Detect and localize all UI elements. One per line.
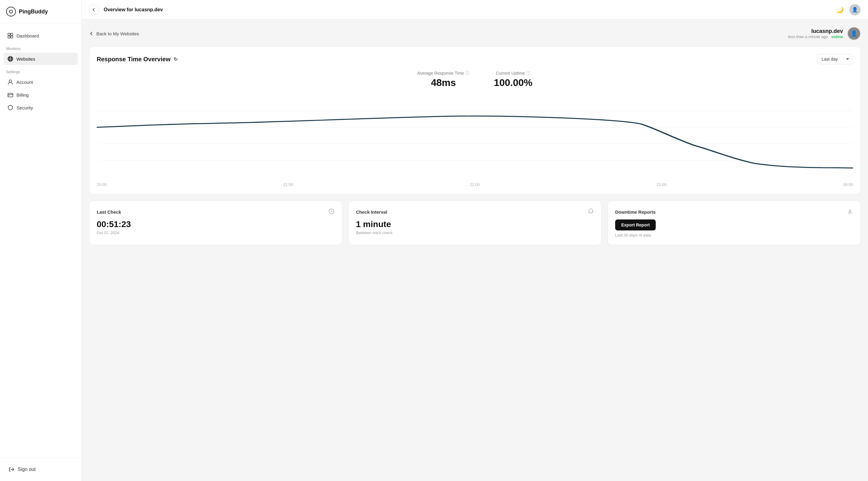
user-avatar[interactable]: 👤 — [849, 4, 861, 15]
status-online-badge: online — [831, 34, 843, 39]
avatar-icon: 👤 — [852, 7, 858, 12]
check-interval-card: Check Interval 1 minute Between each che… — [348, 200, 601, 245]
last-check-value: 00:51:23 — [97, 220, 335, 229]
response-time-chart — [97, 95, 853, 180]
sidebar-item-websites[interactable]: Websites — [4, 53, 78, 65]
downtime-reports-sub: Last 30 days of data — [615, 233, 853, 237]
sidebar-bottom: Sign out — [0, 457, 82, 481]
topbar-title: Overview for lucasnp.dev — [104, 7, 830, 12]
signout-button[interactable]: Sign out — [4, 463, 78, 476]
sidebar-item-account[interactable]: Account — [4, 76, 78, 88]
theme-toggle-button[interactable]: 🌙 — [834, 4, 845, 15]
sidebar-toggle-button[interactable] — [89, 5, 99, 14]
uptime-value: 100.00% — [494, 77, 532, 88]
check-interval-sub: Between each check — [356, 230, 594, 235]
site-details: lucasnp.dev less than a minute ago onlin… — [788, 28, 843, 39]
globe-icon — [7, 56, 13, 62]
clock-icon — [329, 208, 335, 216]
svg-rect-3 — [11, 36, 13, 38]
topbar: Overview for lucasnp.dev 🌙 👤 — [82, 0, 868, 20]
last-check-label: Last Check — [97, 210, 121, 215]
x-axis-labels: 20:00 21:00 22:00 23:00 00:00 — [97, 180, 853, 187]
downtime-reports-header: Downtime Reports — [615, 208, 853, 216]
avg-response-stat: Average Response Time ⓘ 48ms — [417, 70, 469, 88]
site-name: lucasnp.dev — [788, 28, 843, 34]
check-interval-label: Check Interval — [356, 210, 388, 215]
monitors-section-label: Monitors — [4, 46, 78, 51]
last-check-sub: Oct 07, 2024 — [97, 230, 335, 235]
back-label: Back to My Websites — [96, 31, 139, 36]
chart-card: Response Time Overview ↻ Last day Last h… — [89, 46, 861, 194]
account-label: Account — [17, 79, 33, 85]
x-label-2: 21:00 — [283, 182, 293, 187]
x-label-5: 00:00 — [843, 182, 853, 187]
uptime-stat: Current Uptime ⓘ 100.00% — [494, 70, 532, 88]
check-interval-value: 1 minute — [356, 220, 594, 229]
logo-icon — [6, 7, 16, 17]
downtime-reports-card: Downtime Reports Export Report Last 30 d… — [608, 200, 861, 245]
chart-title-text: Response Time Overview — [97, 56, 170, 63]
app-name: PingBuddy — [19, 8, 48, 15]
person-icon — [7, 79, 13, 85]
site-status: less than a minute ago online — [788, 34, 843, 39]
x-label-3: 22:00 — [470, 182, 480, 187]
site-avatar-icon: 👤 — [850, 30, 857, 37]
export-report-button[interactable]: Export Report — [615, 220, 656, 230]
sidebar-item-billing[interactable]: Billing — [4, 89, 78, 101]
x-label-1: 20:00 — [97, 182, 107, 187]
page-header: Back to My Websites lucasnp.dev less tha… — [89, 27, 861, 40]
chart-header: Response Time Overview ↻ Last day Last h… — [97, 54, 853, 64]
svg-rect-10 — [8, 93, 13, 97]
avg-response-value: 48ms — [417, 77, 469, 88]
x-label-4: 23:00 — [657, 182, 667, 187]
svg-rect-0 — [8, 33, 10, 35]
sidebar-item-dashboard[interactable]: Dashboard — [4, 30, 78, 42]
svg-point-9 — [9, 80, 11, 82]
sidebar-item-security[interactable]: Security — [4, 101, 78, 114]
site-info: lucasnp.dev less than a minute ago onlin… — [788, 27, 861, 40]
site-avatar: 👤 — [847, 27, 861, 40]
websites-label: Websites — [17, 56, 35, 62]
site-last-check-time: less than a minute ago — [788, 34, 828, 39]
dashboard-label: Dashboard — [17, 33, 39, 38]
main-wrapper: Overview for lucasnp.dev 🌙 👤 Back to My … — [82, 0, 868, 481]
svg-rect-1 — [11, 33, 13, 35]
info-icon-uptime: ⓘ — [526, 70, 530, 76]
page-content: Back to My Websites lucasnp.dev less tha… — [82, 20, 868, 481]
check-interval-header: Check Interval — [356, 208, 594, 216]
chart-title: Response Time Overview ↻ — [97, 56, 178, 63]
shield-icon — [7, 104, 13, 110]
security-label: Security — [17, 105, 33, 110]
back-to-websites-link[interactable]: Back to My Websites — [89, 31, 139, 36]
last-check-card: Last Check 00:51:23 Oct 07, 2024 — [89, 200, 342, 245]
dashboard-icon — [7, 33, 13, 39]
bell-icon — [588, 208, 594, 216]
info-icon-response: ⓘ — [465, 70, 469, 76]
theme-icon: 🌙 — [836, 6, 844, 13]
billing-label: Billing — [17, 92, 29, 98]
signout-icon — [8, 467, 14, 473]
svg-rect-2 — [8, 36, 10, 38]
sidebar: PingBuddy Dashboard Monitors — [0, 0, 82, 481]
avg-response-label: Average Response Time ⓘ — [417, 70, 469, 76]
refresh-icon[interactable]: ↻ — [174, 56, 178, 62]
bottom-cards: Last Check 00:51:23 Oct 07, 2024 Check I… — [89, 200, 861, 245]
sidebar-nav: Dashboard Monitors Websites Settings — [0, 24, 82, 457]
downtime-reports-label: Downtime Reports — [615, 210, 656, 215]
download-icon — [847, 208, 853, 216]
uptime-label: Current Uptime ⓘ — [494, 70, 532, 76]
logo-area: PingBuddy — [0, 0, 82, 24]
topbar-actions: 🌙 👤 — [834, 4, 861, 15]
time-range-select[interactable]: Last day Last hour Last week Last month — [817, 54, 853, 64]
settings-section-label: Settings — [4, 70, 78, 74]
last-check-header: Last Check — [97, 208, 335, 216]
signout-label: Sign out — [18, 467, 36, 472]
stats-row: Average Response Time ⓘ 48ms Current Upt… — [97, 70, 853, 88]
billing-icon — [7, 92, 13, 98]
